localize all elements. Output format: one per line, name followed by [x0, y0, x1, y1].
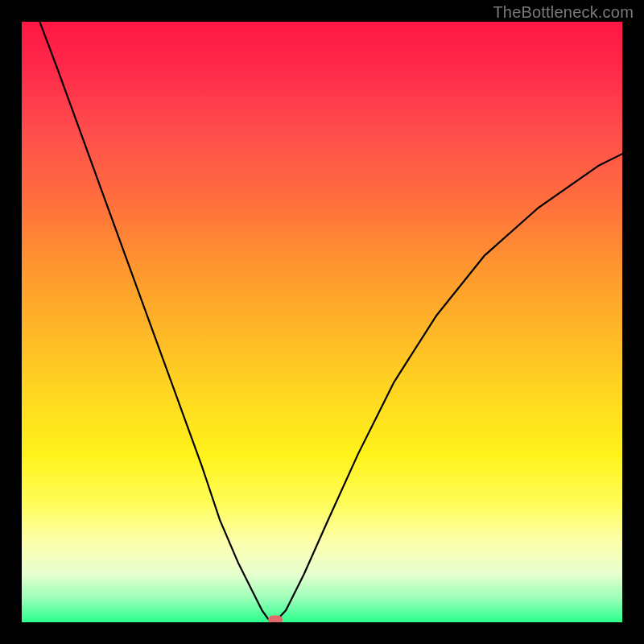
optimal-marker — [268, 616, 283, 622]
plot-area — [22, 22, 622, 622]
watermark-text: TheBottleneck.com — [493, 3, 634, 22]
bottleneck-curve — [39, 22, 622, 622]
curve-svg — [22, 22, 622, 622]
chart-frame: TheBottleneck.com — [0, 0, 644, 644]
